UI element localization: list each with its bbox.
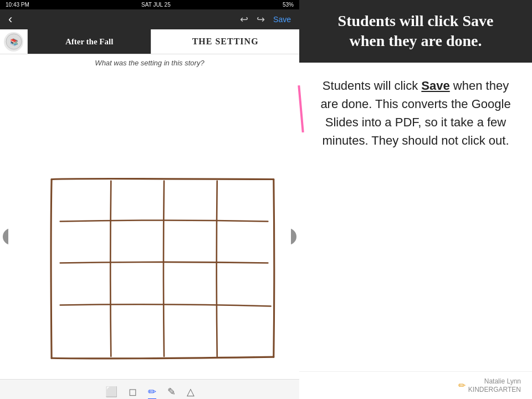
back-button[interactable]: ‹ <box>8 12 12 27</box>
drawing-canvas[interactable] <box>8 71 291 374</box>
status-time: 10:43 PM <box>6 2 29 8</box>
tab-bar: 📚 After the Fall THE SETTING <box>0 29 299 54</box>
ipad-nav-bar: ‹ ↩ ↪ Save <box>0 9 299 29</box>
svg-text:📚: 📚 <box>9 38 18 46</box>
tab-setting-title[interactable]: THE SETTING <box>151 29 299 54</box>
body-text: Students will click Save when they are d… <box>316 76 515 150</box>
app-content: 📚 After the Fall THE SETTING What was th… <box>0 29 299 399</box>
brand-pencil-icon: ✏ <box>458 380 466 391</box>
right-header: Students will click Save when they are d… <box>299 0 532 63</box>
header-line2: when they are done. <box>349 32 482 49</box>
right-panel: Students will click Save when they are d… <box>299 0 532 399</box>
pen-tool-icon[interactable]: ✏ <box>148 386 156 398</box>
question-text: What was the setting in this story? <box>0 54 299 71</box>
pencil-tool-icon[interactable]: ✎ <box>167 386 176 398</box>
undo-icon[interactable]: ↩ <box>240 13 248 25</box>
right-footer: ✏ Natalie Lynn KINDERGARTEN <box>299 371 532 399</box>
eraser-tool-icon[interactable]: ◻ <box>129 386 137 398</box>
select-tool-icon[interactable]: ⬜ <box>105 386 117 398</box>
tab-book-title[interactable]: After the Fall <box>28 29 151 54</box>
tab-logo-area: 📚 <box>0 29 28 54</box>
app-logo: 📚 <box>4 32 23 52</box>
status-bar: 10:43 PM SAT JUL 25 53% <box>0 0 299 9</box>
right-body: Students will click Save when they are d… <box>299 63 532 371</box>
header-text: Students will click Save when they are d… <box>313 11 518 52</box>
brand-subtitle: KINDERGARTEN <box>468 386 521 393</box>
brand-name: Natalie Lynn <box>468 377 521 385</box>
redo-icon[interactable]: ↪ <box>257 13 265 25</box>
left-panel: 10:43 PM SAT JUL 25 53% ‹ ↩ ↪ Save 📚 <box>0 0 299 399</box>
toolbar: ⬜ ◻ ✏ ✎ △ <box>0 379 299 399</box>
text-tool-icon[interactable]: △ <box>187 386 195 398</box>
header-line1: Students will click Save <box>338 12 494 29</box>
save-emphasis: Save <box>421 79 449 93</box>
status-date: SAT JUL 25 <box>141 2 171 8</box>
brand-text: Natalie Lynn KINDERGARTEN <box>468 377 521 393</box>
save-button[interactable]: Save <box>273 15 291 24</box>
battery-icon: 53% <box>283 2 294 8</box>
